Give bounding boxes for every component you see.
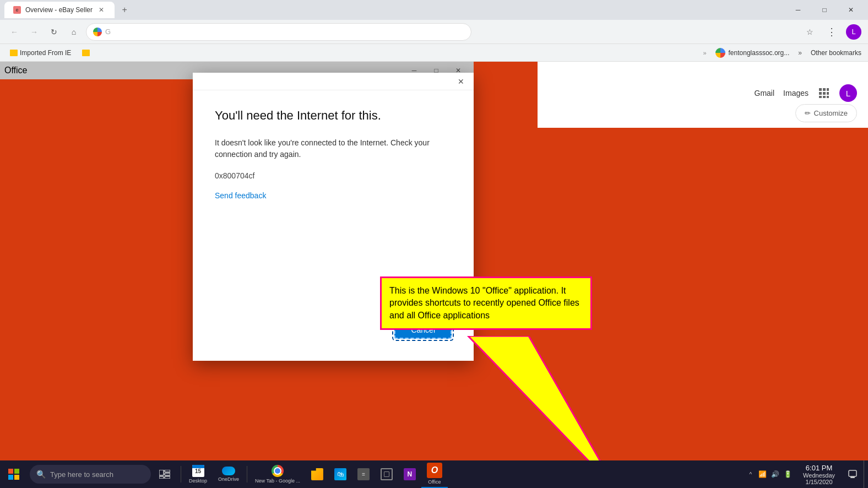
taskbar-search-icon: 🔍 <box>36 470 46 479</box>
onedrive-icon <box>222 467 235 475</box>
toolbar-right: ☆ ⋮ L <box>802 24 861 40</box>
home-button[interactable]: ⌂ <box>66 24 82 40</box>
folder-icon <box>10 50 18 56</box>
taskbar-taskview-item[interactable] <box>375 460 398 488</box>
taskbar-search[interactable]: 🔍 Type here to search <box>30 465 151 484</box>
bookmark-star-button[interactable]: ☆ <box>802 24 817 40</box>
chrome-icon <box>272 465 284 477</box>
office-title: Office <box>4 66 28 75</box>
clock-time: 6:01 PM <box>806 464 832 472</box>
taskbar-onenote-item[interactable]: N <box>398 460 421 488</box>
dialog-close-button[interactable]: ✕ <box>453 73 469 90</box>
office-icon: O <box>427 463 442 478</box>
desktop-label: Desktop <box>189 478 207 484</box>
address-bar[interactable]: G <box>86 23 471 41</box>
address-text: G <box>105 28 111 36</box>
taskview-icon <box>381 468 393 480</box>
svg-rect-15 <box>165 470 170 472</box>
svg-rect-19 <box>849 470 856 476</box>
svg-rect-8 <box>827 96 829 98</box>
new-tab-button[interactable]: + <box>117 2 132 18</box>
tray-icons: 📶 🔊 🔋 <box>754 470 796 478</box>
main-content: Gmail Images L ✏ Customize Office ─ □ ✕ <box>0 62 868 488</box>
maximize-button[interactable]: □ <box>812 0 837 20</box>
bookmark-extra[interactable] <box>79 48 93 57</box>
taskbar-divider-1 <box>181 466 181 482</box>
send-feedback-link[interactable]: Send feedback <box>215 191 452 200</box>
bookmark-imported-ie[interactable]: Imported From IE <box>7 48 74 58</box>
explorer-icon <box>311 468 323 480</box>
volume-icon[interactable]: 🔊 <box>771 470 779 478</box>
network-icon[interactable]: 📶 <box>758 470 767 478</box>
annotation-callout: This is the Windows 10 "Office" applicat… <box>380 276 592 330</box>
close-button[interactable]: ✕ <box>838 0 864 20</box>
chrome-toolbar: ← → ↻ ⌂ G ☆ ⋮ L <box>0 20 868 44</box>
chrome-tab-active[interactable]: e Overview - eBay Seller ✕ <box>4 2 115 18</box>
dialog-message: It doesn't look like you're connected to… <box>215 137 452 160</box>
google-apps-button[interactable] <box>817 86 831 100</box>
refresh-button[interactable]: ↻ <box>46 24 62 40</box>
notification-center-button[interactable] <box>842 460 864 488</box>
svg-rect-2 <box>827 88 829 91</box>
gmail-link[interactable]: Gmail <box>755 89 775 97</box>
bookmarks-right: » fentonglasssoc.org... » Other bookmark… <box>703 48 861 58</box>
svg-rect-12 <box>8 475 13 480</box>
svg-rect-6 <box>819 96 822 98</box>
user-avatar[interactable]: L <box>846 24 861 40</box>
onedrive-label: OneDrive <box>218 476 239 482</box>
systray-expand-button[interactable]: ^ <box>747 471 754 478</box>
taskbar-desktop-item[interactable]: 15 Desktop <box>183 460 213 488</box>
back-button[interactable]: ← <box>7 24 22 40</box>
taskbar-calculator-item[interactable]: = <box>352 460 375 488</box>
taskbar-explorer-item[interactable] <box>306 460 329 488</box>
callout-box: This is the Windows 10 "Office" applicat… <box>380 276 592 330</box>
taskbar-store-item[interactable]: 🛍 <box>329 460 352 488</box>
taskview-button[interactable] <box>151 460 178 488</box>
taskbar-divider-2 <box>247 466 247 482</box>
svg-rect-1 <box>823 88 826 91</box>
taskbar-onedrive-item[interactable]: OneDrive <box>213 460 245 488</box>
customize-label: Customize <box>814 109 848 117</box>
svg-rect-5 <box>827 92 829 95</box>
taskbar-office-item[interactable]: O Office <box>421 460 448 488</box>
store-icon: 🛍 <box>334 468 346 480</box>
taskbar-clock[interactable]: 6:01 PM Wednesday 1/15/2020 <box>796 460 842 488</box>
fenton-favicon <box>715 48 725 58</box>
extensions-label: » <box>703 50 706 56</box>
taskbar-chrome-item[interactable]: New Tab - Google ... <box>249 460 306 488</box>
taskbar-search-placeholder: Type here to search <box>50 470 113 479</box>
svg-rect-14 <box>159 470 164 475</box>
tab-close-button[interactable]: ✕ <box>97 6 106 14</box>
minimize-button[interactable]: ─ <box>785 0 811 20</box>
calendar-icon: 15 <box>192 465 204 477</box>
other-bookmarks[interactable]: Other bookmarks <box>811 49 861 57</box>
user-avatar-content[interactable]: L <box>839 84 857 102</box>
svg-rect-16 <box>165 473 170 475</box>
svg-rect-11 <box>14 469 19 474</box>
chrome-browser: e Overview - eBay Seller ✕ + ─ □ ✕ ← → ↻… <box>0 0 868 488</box>
window-controls: ─ □ ✕ <box>785 0 864 20</box>
tab-title: Overview - eBay Seller <box>25 6 93 14</box>
battery-icon[interactable]: 🔋 <box>784 470 792 478</box>
svg-rect-13 <box>14 475 19 480</box>
bookmark-label: Imported From IE <box>20 49 71 57</box>
svg-rect-4 <box>823 92 826 95</box>
chrome-label: New Tab - Google ... <box>255 478 300 484</box>
bookmark-fenton: fentonglasssoc.org... <box>729 49 790 57</box>
extensions-button[interactable]: ⋮ <box>824 24 839 40</box>
chrome-title-bar: e Overview - eBay Seller ✕ + ─ □ ✕ <box>0 0 868 20</box>
svg-rect-10 <box>8 469 13 474</box>
onenote-icon: N <box>404 468 416 480</box>
dialog-titlebar: ✕ <box>193 73 474 90</box>
forward-button[interactable]: → <box>26 24 42 40</box>
show-desktop-button[interactable] <box>864 460 868 488</box>
google-icon <box>93 28 102 36</box>
customize-button[interactable]: ✏ Customize <box>795 104 857 122</box>
start-button[interactable] <box>0 460 28 488</box>
more-bookmarks: » <box>798 49 802 57</box>
folder-icon-2 <box>82 50 90 56</box>
taskbar-right: ^ 📶 🔊 🔋 6:01 PM Wednesday 1/15/2020 <box>747 460 868 488</box>
office-taskbar-label: Office <box>428 479 441 485</box>
images-link[interactable]: Images <box>783 89 809 97</box>
chrome-content-area: Gmail Images L ✏ Customize <box>538 62 868 128</box>
